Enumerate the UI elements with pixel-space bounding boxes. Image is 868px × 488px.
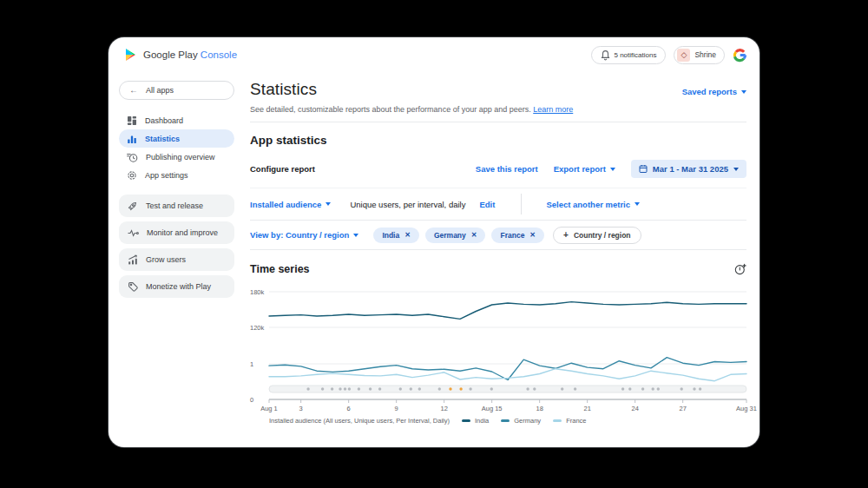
- event-dot[interactable]: [321, 387, 324, 390]
- edit-metric-button[interactable]: Edit: [479, 200, 495, 209]
- event-dot[interactable]: [490, 387, 493, 390]
- legend-item-india[interactable]: India: [462, 417, 489, 425]
- legend-series-name: France: [566, 417, 586, 425]
- x-axis-label: 27: [679, 405, 686, 412]
- event-dot[interactable]: [469, 387, 471, 390]
- event-dot[interactable]: [339, 387, 341, 390]
- chevron-down-icon: [610, 168, 615, 171]
- sidebar-item-publishing-overview[interactable]: Publishing overview: [119, 148, 234, 166]
- plus-icon: +: [563, 231, 569, 240]
- event-dot[interactable]: [344, 387, 346, 390]
- event-dot[interactable]: [348, 387, 351, 390]
- metric-detail: Unique users, per interval, daily: [350, 200, 465, 209]
- event-dot[interactable]: [699, 387, 701, 390]
- all-apps-button[interactable]: ← All apps: [119, 81, 234, 100]
- remove-chip-icon[interactable]: ✕: [529, 232, 536, 239]
- sidebar-item-label: Monetize with Play: [146, 282, 211, 291]
- event-dot[interactable]: [438, 387, 441, 390]
- legend-swatch: [553, 419, 562, 422]
- remove-chip-icon[interactable]: ✕: [471, 232, 477, 239]
- sidebar-item-app-settings[interactable]: App settings: [119, 166, 234, 184]
- time-series-chart: 180k120k10Aug 136912Aug 1518212427Aug 31…: [250, 283, 746, 425]
- sidebar-item-statistics[interactable]: Statistics: [119, 129, 234, 148]
- event-dot[interactable]: [306, 387, 309, 390]
- event-dot[interactable]: [369, 387, 372, 390]
- chevron-down-icon: [635, 202, 640, 206]
- event-dot[interactable]: [693, 387, 695, 390]
- add-country-region-button[interactable]: + Country / region: [553, 227, 641, 244]
- filter-chip-germany[interactable]: Germany ✕: [425, 228, 486, 243]
- google-account-avatar[interactable]: [733, 48, 747, 63]
- event-dot-highlight[interactable]: [459, 387, 462, 390]
- event-dot[interactable]: [652, 387, 654, 390]
- legend-item-france[interactable]: France: [553, 417, 586, 425]
- pulse-icon: [128, 228, 139, 238]
- event-dot[interactable]: [641, 387, 644, 390]
- app-selector[interactable]: ◇ Shrine: [674, 46, 725, 64]
- clock-plus-icon[interactable]: [734, 263, 746, 275]
- sidebar-group-monetize-with-play[interactable]: Monetize with Play: [119, 275, 234, 298]
- learn-more-link[interactable]: Learn more: [533, 105, 573, 114]
- event-dot-highlight[interactable]: [449, 387, 451, 390]
- x-axis-label: 21: [583, 405, 590, 412]
- sidebar-item-dashboard[interactable]: Dashboard: [119, 111, 234, 129]
- legend-label: Installed audience (All users, Unique us…: [269, 417, 450, 425]
- desktop-background: Google Play Console 5 notifications: [0, 0, 868, 488]
- event-dot[interactable]: [628, 387, 631, 390]
- growth-chart-icon: [128, 254, 138, 265]
- back-arrow-icon: ←: [129, 86, 138, 95]
- page-title: Statistics: [250, 80, 317, 99]
- event-dot[interactable]: [574, 387, 576, 390]
- play-triangle-icon: [124, 48, 137, 62]
- select-another-metric-button[interactable]: Select another metric: [546, 200, 640, 209]
- sidebar-item-label: Monitor and improve: [147, 228, 218, 237]
- series-line-india: [269, 302, 746, 320]
- legend-item-germany[interactable]: Germany: [501, 417, 541, 425]
- y-axis-label: 0: [250, 396, 253, 404]
- date-range-picker[interactable]: Mar 1 - Mar 31 2025: [631, 160, 746, 178]
- remove-chip-icon[interactable]: ✕: [404, 232, 411, 239]
- filter-row: View by: Country / region India ✕ German…: [250, 221, 746, 250]
- legend-series-name: India: [475, 417, 489, 425]
- save-report-button[interactable]: Save this report: [476, 164, 538, 174]
- all-apps-label: All apps: [146, 86, 174, 95]
- view-by-selector[interactable]: View by: Country / region: [250, 230, 358, 240]
- y-axis-label: 180k: [250, 288, 265, 296]
- notifications-button[interactable]: 5 notifications: [591, 46, 667, 64]
- price-tag-icon: [128, 281, 138, 292]
- sidebar-group-grow-users[interactable]: Grow users: [119, 248, 234, 271]
- dashboard-icon: [127, 115, 137, 126]
- export-report-button[interactable]: Export report: [554, 164, 615, 174]
- event-dot[interactable]: [418, 387, 421, 390]
- sidebar-item-label: Grow users: [146, 255, 186, 264]
- brand-text: Google Play Console: [143, 49, 237, 60]
- metric-selector[interactable]: Installed audience: [250, 200, 331, 209]
- y-axis-label: 1: [250, 360, 253, 368]
- event-dot[interactable]: [331, 387, 333, 390]
- event-dot[interactable]: [358, 387, 360, 390]
- sidebar-group-test-and-release[interactable]: Test and release: [119, 195, 234, 217]
- notifications-count: 5 notifications: [615, 51, 657, 59]
- filter-chip-france[interactable]: France ✕: [491, 228, 544, 243]
- chevron-down-icon: [326, 202, 331, 206]
- event-dot[interactable]: [526, 387, 529, 390]
- date-range-value: Mar 1 - Mar 31 2025: [653, 164, 728, 174]
- event-dot[interactable]: [621, 387, 624, 390]
- event-dot[interactable]: [681, 387, 683, 390]
- event-dot[interactable]: [410, 387, 412, 390]
- vertical-divider: [521, 194, 522, 214]
- brand-console-text: Console: [201, 49, 237, 60]
- page-description: See detailed, customizable reports about…: [250, 105, 746, 122]
- bar-chart-icon: [127, 134, 137, 144]
- saved-reports-button[interactable]: Saved reports: [682, 87, 746, 96]
- event-dot[interactable]: [378, 387, 381, 390]
- google-play-console-logo[interactable]: Google Play Console: [124, 48, 237, 62]
- filter-chip-india[interactable]: India ✕: [373, 228, 419, 243]
- sidebar-group-monitor-and-improve[interactable]: Monitor and improve: [119, 221, 234, 244]
- event-dot[interactable]: [533, 387, 536, 390]
- y-axis-label: 120k: [250, 324, 265, 332]
- event-dot[interactable]: [561, 387, 563, 390]
- x-axis-label: 12: [440, 405, 447, 412]
- event-dot[interactable]: [399, 387, 402, 390]
- event-dot[interactable]: [657, 387, 660, 390]
